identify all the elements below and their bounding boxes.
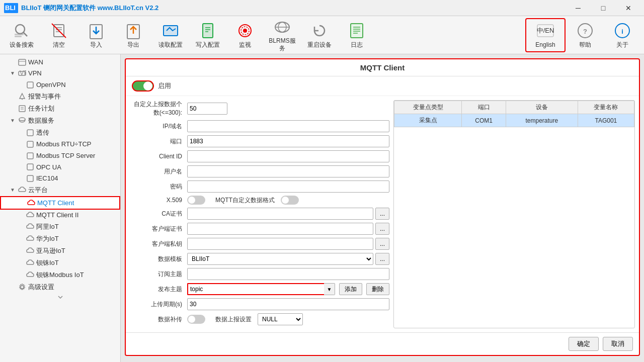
sidebar-item-transparent[interactable]: 透传 <box>0 127 120 139</box>
transparent-label: 透传 <box>36 128 49 137</box>
client-cert-input[interactable] <box>187 223 373 235</box>
svg-rect-54 <box>27 164 33 170</box>
svg-text:VPN: VPN <box>20 69 26 76</box>
data-template-browse-button[interactable]: ... <box>375 253 389 265</box>
sidebar-item-mqtt-client[interactable]: MQTT Client <box>0 196 120 210</box>
export-icon <box>124 21 143 40</box>
modbus-tcp-icon <box>26 151 34 160</box>
monitor-button[interactable]: 监视 <box>227 18 263 52</box>
sidebar-item-huawei[interactable]: 华为IoT <box>0 233 120 245</box>
col-type: 变量点类型 <box>394 101 462 114</box>
client-key-browse-button[interactable]: ... <box>375 238 389 250</box>
upload-period-row: 上传周期(s) <box>130 298 389 310</box>
blrms-button[interactable]: BLRMS服务 <box>265 18 300 52</box>
client-key-input[interactable] <box>187 238 373 250</box>
ca-row: CA证书 ... <box>130 208 389 220</box>
sidebar-item-openvpn[interactable]: OpenVPN <box>0 79 120 90</box>
sidebar-item-zhenbot[interactable]: 钡铢IoT <box>0 257 120 269</box>
table-row[interactable]: 采集点 COM1 temperature TAG001 <box>394 114 634 127</box>
iec104-icon <box>26 174 34 183</box>
restart-button[interactable]: 重启设备 <box>302 18 337 52</box>
password-input[interactable] <box>187 180 389 193</box>
publish-topic-dropdown[interactable]: ▼ <box>324 283 335 295</box>
import-button[interactable]: 导入 <box>78 18 114 52</box>
search-button[interactable]: 设备搜索 <box>4 18 39 52</box>
svg-rect-29 <box>351 24 363 38</box>
row-name: TAG001 <box>578 114 634 127</box>
sidebar-item-aliyun[interactable]: 阿里IoT <box>0 221 120 233</box>
username-input[interactable] <box>187 165 389 177</box>
add-topic-button[interactable]: 添加 <box>339 283 362 295</box>
ok-button[interactable]: 确定 <box>569 337 599 351</box>
mqtt-panel: MQTT Client 启用 自定义上报数据个数(<=300): <box>125 58 640 356</box>
modbus-rtu-icon <box>26 140 34 149</box>
ca-input[interactable] <box>187 208 373 220</box>
col-device: 设备 <box>506 101 578 114</box>
port-input[interactable] <box>187 135 389 147</box>
about-icon: i <box>613 21 632 40</box>
maximize-button[interactable]: □ <box>592 2 615 14</box>
sidebar-item-iec104[interactable]: IEC104 <box>0 172 120 184</box>
data-supplement-label: 数据补传 <box>130 315 185 324</box>
huawei-label: 华为IoT <box>36 234 59 243</box>
sidebar-item-modbus-rtu-tcp[interactable]: Modbus RTU÷TCP <box>0 139 120 150</box>
svg-text:i: i <box>621 28 623 35</box>
data-supplement-toggle[interactable] <box>187 315 205 324</box>
data-supplement-row: 数据补传 数据上报设置 NULL <box>130 313 389 325</box>
language-icon: 中/EN <box>536 21 555 40</box>
upload-period-input[interactable] <box>187 298 389 310</box>
write-config-button[interactable]: 写入配置 <box>190 18 225 52</box>
svg-rect-52 <box>27 141 33 147</box>
close-button[interactable]: ✕ <box>617 2 640 14</box>
about-button[interactable]: i 关于 <box>605 18 640 52</box>
sidebar-item-modbus-tcp-server[interactable]: Modbus TCP Server <box>0 150 120 161</box>
row-type: 采集点 <box>394 114 462 127</box>
task-icon <box>18 104 26 113</box>
log-button[interactable]: 日志 <box>339 18 374 52</box>
client-cert-browse-button[interactable]: ... <box>375 223 389 235</box>
dataservice-arrow: ▼ <box>10 118 16 123</box>
x509-toggle[interactable] <box>187 196 205 205</box>
help-button[interactable]: ? 帮助 <box>568 18 603 52</box>
custom-count-label: 自定义上报数据个数(<=300): <box>130 100 185 117</box>
sidebar-item-vpn[interactable]: ▼ VPN VPN <box>0 68 120 79</box>
blrms-icon <box>273 18 292 36</box>
sidebar-item-cloud[interactable]: ▼ 云平台 <box>0 184 120 196</box>
data-upload-label: 数据上报设置 <box>215 315 252 324</box>
mqtt-table-panel: 变量点类型 端口 设备 变量名称 采集点 COM1 temperature <box>393 100 635 328</box>
client-id-input[interactable] <box>187 150 389 162</box>
openvpn-icon <box>26 80 34 89</box>
aliyun-label: 阿里IoT <box>36 222 59 231</box>
sidebar-item-advanced[interactable]: 高级设置 <box>0 281 120 293</box>
publish-topic-input[interactable] <box>187 283 324 295</box>
export-button[interactable]: 导出 <box>116 18 151 52</box>
enable-toggle[interactable] <box>132 80 154 92</box>
mqtt-custom-toggle[interactable] <box>281 196 299 205</box>
alarm-icon <box>18 92 26 101</box>
sidebar-item-zhenbot-modbus[interactable]: 钡铢Modbus IoT <box>0 269 120 281</box>
data-template-label: 数据模板 <box>130 255 185 263</box>
sidebar-item-amazon[interactable]: 亚马逊IoT <box>0 245 120 257</box>
sidebar-item-mqtt-client-ii[interactable]: MQTT Client II <box>0 210 120 221</box>
ca-browse-button[interactable]: ... <box>375 208 389 220</box>
subscribe-input[interactable] <box>187 268 389 280</box>
clear-button[interactable]: 清空 <box>41 18 76 52</box>
sidebar-item-opc-ua[interactable]: OPC UA <box>0 161 120 173</box>
ip-input[interactable] <box>187 120 389 132</box>
delete-topic-button[interactable]: 删除 <box>366 283 389 295</box>
sidebar-item-alarm[interactable]: 报警与事件 <box>0 90 120 103</box>
sidebar-item-wan[interactable]: WAN <box>0 56 120 68</box>
svg-rect-47 <box>19 106 25 112</box>
sidebar-item-task[interactable]: 任务计划 <box>0 103 120 115</box>
minimize-button[interactable]: ─ <box>567 2 590 14</box>
data-upload-select[interactable]: NULL <box>258 313 303 325</box>
data-template-select[interactable]: BLIIoT <box>187 253 373 265</box>
monitor-icon <box>235 21 255 40</box>
cancel-button[interactable]: 取消 <box>603 337 633 351</box>
x509-row: X.509 MQTT自定义数据格式 <box>130 196 389 205</box>
language-button[interactable]: 中/EN English <box>525 18 566 52</box>
sidebar-item-dataservice[interactable]: ▼ 数据服务 <box>0 115 120 127</box>
wan-icon <box>18 58 26 66</box>
read-config-button[interactable]: 读取配置 <box>153 18 188 52</box>
custom-count-input[interactable] <box>187 103 227 115</box>
